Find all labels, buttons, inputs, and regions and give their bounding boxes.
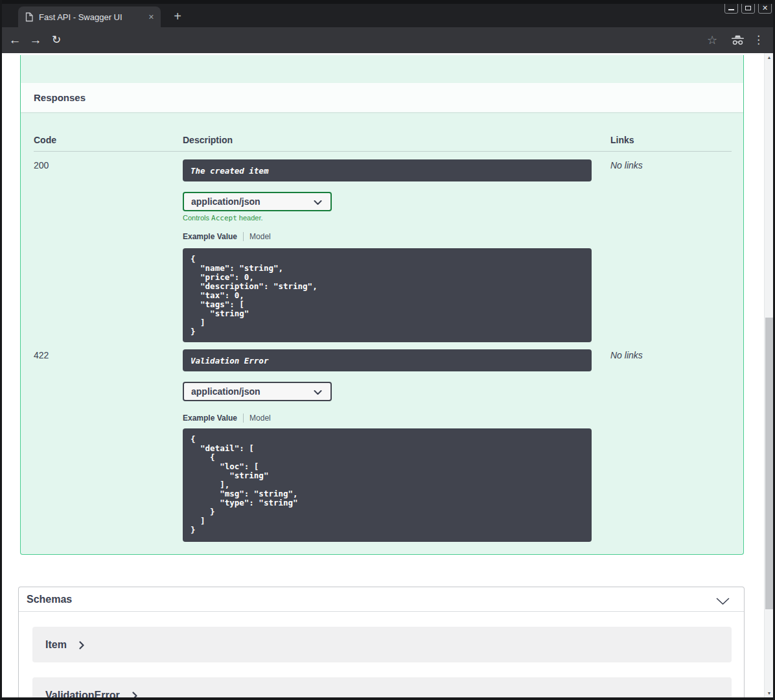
minimize-icon <box>728 9 734 10</box>
example-model-tabs-200: Example Value Model <box>183 231 271 241</box>
responses-title: Responses <box>34 92 86 103</box>
model-validationerror[interactable]: ValidationError <box>32 677 732 697</box>
browser-tab[interactable]: Fast API - Swagger UI ✕ <box>18 6 161 27</box>
back-button[interactable]: ← <box>7 32 23 48</box>
close-icon: ✕ <box>762 5 768 12</box>
scrollbar-thumb[interactable] <box>765 318 773 609</box>
tab-model[interactable]: Model <box>249 232 271 241</box>
schemas-section: Schemas Item ValidationError <box>18 587 745 697</box>
responses-section: Responses Code Description Links 200 The… <box>20 55 744 555</box>
window-left-border <box>0 0 2 700</box>
new-tab-button[interactable]: + <box>170 9 185 25</box>
tab-title: Fast API - Swagger UI <box>39 12 148 22</box>
tab-model[interactable]: Model <box>249 414 271 423</box>
response-code-200: 200 <box>34 160 49 170</box>
window-bottom-border <box>0 697 775 700</box>
forward-button[interactable]: → <box>28 32 43 48</box>
browser-window: Fast API - Swagger UI ✕ + ✕ ← → ↻ <box>0 0 775 700</box>
example-code-block-200: { "name": "string", "price": 0, "descrip… <box>183 248 592 342</box>
reload-button[interactable]: ↻ <box>49 32 64 48</box>
incognito-icon <box>731 35 745 48</box>
tab-close-icon[interactable]: ✕ <box>148 13 154 21</box>
example-code-block-422: { "detail": [ { "loc": [ "string" ], "ms… <box>183 428 592 542</box>
browser-menu-icon[interactable]: ⋮ <box>753 33 763 47</box>
accept-header-note: Controls Accept header. <box>183 214 263 222</box>
tab-divider <box>243 414 244 423</box>
tab-divider <box>243 232 244 241</box>
column-header-links: Links <box>610 135 634 145</box>
chevron-right-icon <box>132 692 137 697</box>
links-cell-422: No links <box>610 350 643 360</box>
window-top-border <box>0 0 775 4</box>
page-scrollbar[interactable]: ▲ ▼ <box>764 53 773 697</box>
responses-header: Responses <box>21 83 743 112</box>
chevron-down-icon[interactable] <box>716 596 730 608</box>
links-cell-200: No links <box>610 160 643 170</box>
table-header-divider <box>34 151 732 152</box>
media-type-select-200[interactable]: application/json <box>183 192 332 211</box>
scroll-up-icon[interactable]: ▲ <box>765 55 774 60</box>
page-content: Responses Code Description Links 200 The… <box>2 53 764 697</box>
response-code-422: 422 <box>34 350 49 360</box>
response-description-422: Validation Error <box>183 349 592 371</box>
scroll-down-icon[interactable]: ▼ <box>765 691 774 695</box>
column-header-code: Code <box>34 135 56 145</box>
schemas-title: Schemas <box>27 594 72 605</box>
bookmark-star-icon[interactable]: ☆ <box>705 33 719 47</box>
model-item[interactable]: Item <box>32 627 732 662</box>
chevron-right-icon <box>79 641 84 649</box>
tab-example-value[interactable]: Example Value <box>183 414 237 423</box>
column-header-description: Description <box>183 135 233 145</box>
maximize-icon <box>745 6 751 10</box>
schemas-header[interactable]: Schemas <box>19 587 744 612</box>
titlebar: Fast API - Swagger UI ✕ + ✕ <box>0 0 775 27</box>
example-model-tabs-422: Example Value Model <box>183 413 271 423</box>
browser-toolbar: ← → ↻ 127.0.0.1:8000/docs ☆ ⋮ <box>0 27 775 53</box>
chevron-down-icon <box>314 200 322 205</box>
chevron-down-icon <box>314 390 322 395</box>
response-description-200: The created item <box>183 159 592 181</box>
page-document-icon <box>25 12 33 22</box>
media-type-select-422[interactable]: application/json <box>183 382 332 401</box>
tab-example-value[interactable]: Example Value <box>183 232 237 241</box>
